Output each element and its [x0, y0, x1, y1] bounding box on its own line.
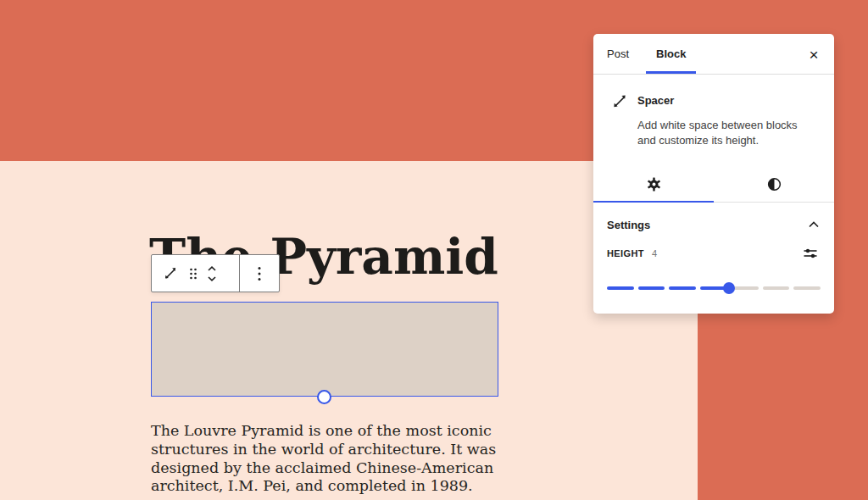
height-slider-thumb[interactable] — [723, 282, 735, 294]
settings-title: Settings — [607, 219, 650, 231]
drag-handle[interactable] — [186, 258, 201, 289]
move-up-down-icon — [205, 264, 219, 283]
block-card: Spacer Add white space between blocks an… — [593, 75, 834, 166]
close-icon: × — [809, 47, 818, 63]
paragraph-line: designed by the acclaimed Chinese-Americ… — [151, 459, 496, 478]
settings-panel-header[interactable]: Settings — [607, 214, 821, 235]
options-button[interactable] — [248, 258, 271, 289]
tab-styles[interactable] — [714, 166, 834, 202]
height-slider — [607, 282, 821, 294]
height-label: HEIGHT — [607, 248, 644, 258]
spacer-resize-icon — [610, 92, 630, 166]
sliders-icon — [803, 246, 818, 261]
spacer-resize-icon — [162, 265, 179, 282]
spacer-resize-handle[interactable] — [317, 390, 331, 404]
spacer-block[interactable] — [151, 302, 498, 397]
height-slider-track[interactable] — [607, 282, 821, 294]
tab-block[interactable]: Block — [643, 34, 699, 74]
tab-post[interactable]: Post — [593, 34, 643, 74]
move-up-down-buttons[interactable] — [204, 258, 220, 289]
block-inspector-panel: Post Block × Spacer Add white space betw… — [593, 34, 834, 314]
inspector-icon-tabs — [593, 166, 834, 203]
height-options-button[interactable] — [800, 243, 821, 264]
paragraph-block[interactable]: The Louvre Pyramid is one of the most ic… — [151, 422, 496, 496]
height-control-row: HEIGHT 4 — [607, 247, 821, 260]
drag-handle-icon — [188, 267, 198, 281]
block-toolbar — [151, 254, 280, 292]
block-card-description: Add white space between blocks and custo… — [637, 118, 821, 147]
gear-icon — [646, 176, 662, 192]
height-value: 4 — [652, 248, 657, 258]
settings-section: Settings HEIGHT 4 — [593, 203, 834, 294]
block-card-title: Spacer — [637, 92, 821, 107]
paragraph-line: architect, I.M. Pei, and completed in 19… — [151, 477, 496, 496]
inspector-tabs: Post Block × — [593, 34, 834, 75]
tab-settings[interactable] — [593, 166, 714, 202]
block-toolbar-group — [152, 255, 239, 292]
close-button[interactable]: × — [804, 44, 824, 64]
paragraph-line: The Louvre Pyramid is one of the most ic… — [151, 422, 496, 441]
spacer-block-button[interactable] — [159, 258, 182, 289]
paragraph-line: structures in the world of architecture.… — [151, 441, 496, 459]
kebab-menu-icon — [257, 265, 262, 282]
chevron-up-icon — [807, 220, 821, 229]
half-circle-icon — [766, 176, 782, 192]
